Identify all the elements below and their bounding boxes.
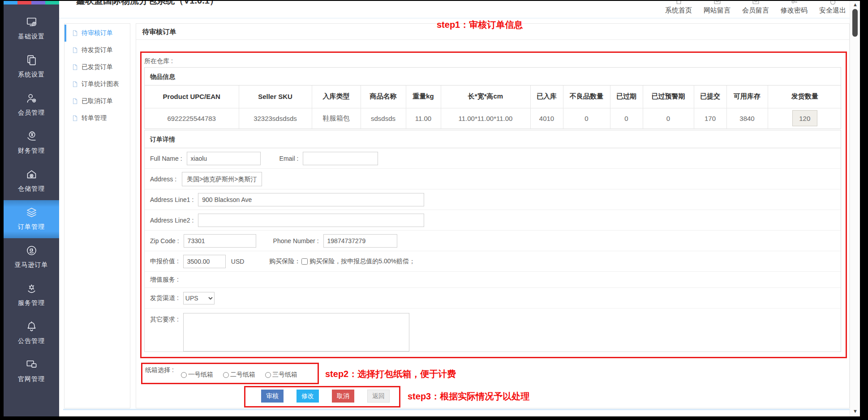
top-header: 鑫联盟国际物流分包系统（V1.0.1） 系统首页 网站留言 会员留言 修改密码 … <box>59 1 850 18</box>
cell-ship-qty <box>768 108 842 129</box>
form-row-channel: 发货渠道 : UPS <box>145 288 841 309</box>
currency-label: USD <box>231 258 245 265</box>
address1-input[interactable] <box>198 193 424 206</box>
carton-option-label: 一号纸箱 <box>188 371 213 379</box>
scroll-thumb[interactable] <box>852 9 858 37</box>
cell-weight: 11.00 <box>406 108 441 129</box>
scroll-down-arrow[interactable]: ▼ <box>850 408 860 414</box>
frame-right <box>860 0 868 420</box>
carton-option-3[interactable]: 三号纸箱 <box>265 371 297 379</box>
sidebar-label: 亚马逊订单 <box>4 261 59 269</box>
address1-label: Address Line1 : <box>150 196 193 203</box>
submenu-label: 待审核订单 <box>82 29 113 37</box>
topnav-label: 会员留言 <box>742 6 769 15</box>
sidebar-item-amazon-orders[interactable]: 亚马逊订单 <box>4 238 59 276</box>
detail-section-title: 订单详情 <box>145 130 841 148</box>
submenu-cancelled-orders[interactable]: 已取消订单 <box>64 93 130 110</box>
layers-icon <box>26 206 38 219</box>
mail-icon <box>713 1 721 5</box>
address2-input[interactable] <box>198 214 424 227</box>
form-row-address2: Address Line2 : <box>145 210 841 231</box>
col-header: 已入库 <box>530 86 563 108</box>
yuan-coin-hand-icon <box>26 130 38 142</box>
form-row-other: 其它要求 : <box>145 309 841 352</box>
ship-qty-input[interactable] <box>792 110 817 126</box>
goods-table: Product UPC/EAN Seller SKU 入库类型 商品名称 重量k… <box>145 86 842 129</box>
copy-docs-icon <box>26 54 38 66</box>
cancel-button[interactable]: 取消 <box>332 390 354 403</box>
sidebar-item-system-settings[interactable]: 系统设置 <box>4 48 59 86</box>
form-row-zip-phone: Zip Code : Phone Number : <box>145 231 841 251</box>
submenu-transfer-orders[interactable]: 转单管理 <box>64 110 130 127</box>
monitor-gear-icon <box>26 16 38 28</box>
warehouse-label: 所在仓库 : <box>144 57 173 65</box>
modify-button[interactable]: 修改 <box>296 390 319 403</box>
col-header: 可用库存 <box>726 86 768 108</box>
submenu-pending-ship-orders[interactable]: 待发货订单 <box>64 42 130 59</box>
sidebar-item-finance[interactable]: 财务管理 <box>4 124 59 162</box>
submenu-order-statistics[interactable]: 订单统计图表 <box>64 76 130 93</box>
topnav-member-messages[interactable]: 会员留言 <box>742 1 769 15</box>
submenu-pending-review-orders[interactable]: 待审核订单 <box>64 25 130 42</box>
address-label: Address : <box>150 176 176 183</box>
full-name-label: Full Name : <box>150 155 182 162</box>
other-requirements-textarea[interactable] <box>183 313 409 351</box>
carton-option-label: 三号纸箱 <box>272 371 297 379</box>
goods-info-section: 物品信息 Product UPC/EAN Seller SKU 入库类型 商品名… <box>144 67 841 129</box>
sidebar-item-website[interactable]: 官网管理 <box>4 352 59 390</box>
address-region-value[interactable]: 美国>德克萨斯州>奥斯汀 <box>182 172 262 186</box>
topnav-site-messages[interactable]: 网站留言 <box>704 1 730 15</box>
topnav-system-home[interactable]: 系统首页 <box>665 1 692 15</box>
carton-radio-2[interactable] <box>223 372 229 378</box>
sidebar-item-base-settings[interactable]: 基础设置 <box>4 10 59 48</box>
declared-value-input[interactable] <box>183 255 226 268</box>
topnav-label: 网站留言 <box>704 6 730 15</box>
user-gear-icon <box>26 92 38 104</box>
vas-label: 增值服务 : <box>150 276 179 284</box>
sidebar-item-services[interactable]: 服务管理 <box>4 276 59 314</box>
email-input[interactable] <box>303 152 378 165</box>
carton-option-1[interactable]: 一号纸箱 <box>181 371 213 379</box>
back-button[interactable]: 返回 <box>367 390 390 403</box>
cell-sku: 32323sdsdsds <box>239 108 312 129</box>
key-icon <box>791 1 798 5</box>
approve-button[interactable]: 审核 <box>261 390 284 403</box>
sidebar-item-orders[interactable]: 订单管理 <box>4 200 59 238</box>
sidebar-item-warehouse[interactable]: 仓储管理 <box>4 162 59 200</box>
full-name-input[interactable] <box>187 152 261 165</box>
phone-input[interactable] <box>323 234 397 248</box>
topnav-label: 修改密码 <box>781 6 808 15</box>
sidebar-item-announcements[interactable]: 公告管理 <box>4 314 59 352</box>
sidebar-item-members[interactable]: 会员管理 <box>4 86 59 124</box>
mail-icon <box>752 1 760 5</box>
vertical-scrollbar[interactable]: ▲ ▼ <box>850 1 860 416</box>
topnav-change-password[interactable]: 修改密码 <box>781 1 808 15</box>
submenu-label: 订单统计图表 <box>82 80 119 88</box>
form-row-address: Address : 美国>德克萨斯州>奥斯汀 <box>145 169 841 189</box>
sidebar-label: 基础设置 <box>4 33 59 41</box>
topnav-logout[interactable]: 安全退出 <box>819 1 846 15</box>
carton-radio-3[interactable] <box>265 372 271 378</box>
zip-label: Zip Code : <box>150 237 179 244</box>
step3-annotation: step3：根据实际情况予以处理 <box>408 390 529 403</box>
screens-icon <box>26 359 38 371</box>
form-row-declared-value: 申报价值 : USD 购买保险： 购买保险，按申报总值的5.00%赔偿； <box>145 251 841 272</box>
carton-radio-1[interactable] <box>181 372 187 378</box>
zip-input[interactable] <box>184 234 256 248</box>
insurance-label: 购买保险： <box>269 257 301 266</box>
frame-top <box>0 0 868 1</box>
carton-option-2[interactable]: 二号纸箱 <box>223 371 255 379</box>
scroll-up-arrow[interactable]: ▲ <box>850 2 860 7</box>
app-window: 鑫联盟国际物流分包系统（V1.0.1） 系统首页 网站留言 会员留言 修改密码 … <box>0 0 868 420</box>
channel-select[interactable]: UPS <box>183 292 215 304</box>
declared-value-label: 申报价值 : <box>150 257 179 266</box>
submenu-shipped-orders[interactable]: 已发货订单 <box>64 59 130 76</box>
cell-available-stock: 3840 <box>726 108 768 129</box>
insurance-checkbox[interactable] <box>301 258 308 265</box>
action-bar: 审核 修改 取消 返回 <box>261 390 390 403</box>
document-icon <box>72 115 78 122</box>
sidebar-label: 公告管理 <box>4 337 59 345</box>
carton-options: 一号纸箱 二号纸箱 三号纸箱 <box>181 371 297 379</box>
col-header: 已过期 <box>610 86 643 108</box>
sidebar-label: 订单管理 <box>4 223 59 231</box>
